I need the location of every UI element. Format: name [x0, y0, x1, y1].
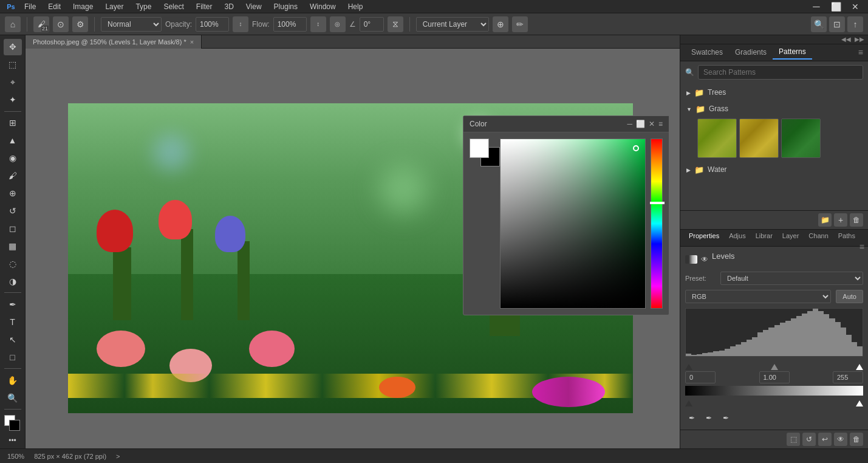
clone-stamp-tool[interactable]: ⊕	[4, 185, 22, 202]
brush-tool-icon[interactable]: 🖌 21	[33, 16, 49, 32]
menu-select[interactable]: Select	[159, 1, 188, 12]
black-point-eyedropper[interactable]: ✒	[685, 411, 699, 425]
pattern-group-water-header[interactable]: 📁 Water	[683, 163, 866, 177]
lasso-tool[interactable]: ⌖	[4, 74, 22, 91]
clip-layer-btn[interactable]: ⬚	[787, 433, 800, 446]
ps-logo[interactable]: Ps	[5, 1, 17, 13]
delete-pattern-btn[interactable]: 🗑	[850, 213, 863, 227]
mode-select[interactable]: Normal	[101, 17, 162, 32]
pattern-group-trees-header[interactable]: 📁 Trees	[683, 86, 866, 100]
menu-filter[interactable]: Filter	[191, 1, 217, 12]
brush-preset-icon[interactable]: ⊙	[53, 16, 69, 32]
tab-channels[interactable]: Chann	[804, 230, 833, 242]
workspace-icon[interactable]: ⊡	[829, 16, 845, 32]
shadow-input[interactable]	[685, 371, 716, 383]
midtone-input[interactable]	[759, 371, 790, 383]
opacity-input[interactable]	[196, 17, 229, 32]
dodge-tool[interactable]: ◑	[4, 273, 22, 290]
color-panel-close-btn[interactable]: ✕	[649, 120, 655, 128]
visibility-btn[interactable]: 👁	[834, 433, 847, 446]
opacity-pressure-icon[interactable]: ↕	[233, 16, 248, 32]
output-highlight-slider[interactable]	[856, 400, 863, 406]
eraser-tool[interactable]: ◻	[4, 221, 22, 237]
highlight-input[interactable]	[833, 371, 863, 383]
foreground-swatch[interactable]	[470, 139, 489, 158]
pattern-group-grass-header[interactable]: 📁 Grass	[683, 102, 866, 116]
selection-tool[interactable]: ⬚	[4, 57, 22, 73]
type-tool[interactable]: T	[4, 314, 22, 330]
symmetry-icon[interactable]: ⧖	[388, 16, 403, 32]
tab-patterns[interactable]: Patterns	[773, 45, 812, 60]
brush-tool[interactable]: 🖌	[4, 168, 22, 184]
history-brush-icon[interactable]: ✏	[512, 16, 528, 32]
auto-button[interactable]: Auto	[836, 290, 863, 303]
midtone-slider[interactable]	[771, 364, 778, 370]
move-tool[interactable]: ✥	[4, 39, 22, 55]
background-color[interactable]	[9, 420, 20, 431]
channel-select[interactable]: RGB	[685, 290, 831, 303]
gray-point-eyedropper[interactable]: ✒	[702, 411, 716, 425]
sample-select[interactable]: Current Layer	[416, 17, 489, 32]
search-button[interactable]: 🔍	[811, 16, 827, 32]
shadow-slider[interactable]	[685, 364, 692, 370]
document-tab[interactable]: Photoshop.jpeg @ 150% (Levels 1, Layer M…	[26, 35, 202, 49]
gradient-tool[interactable]: ▦	[4, 238, 22, 255]
tab-swatches[interactable]: Swatches	[685, 46, 729, 59]
white-point-eyedropper[interactable]: ✒	[719, 411, 733, 425]
menu-image[interactable]: Image	[68, 1, 98, 12]
menu-plugins[interactable]: Plugins	[269, 1, 302, 12]
menu-3d[interactable]: 3D	[219, 1, 238, 12]
zoom-tool[interactable]: 🔍	[4, 389, 22, 406]
patterns-search-input[interactable]	[698, 65, 863, 80]
share-icon[interactable]: ↑	[847, 16, 863, 32]
menu-help[interactable]: Help	[343, 1, 368, 12]
home-icon[interactable]: ⌂	[5, 16, 21, 32]
tab-libraries[interactable]: Librar	[751, 230, 777, 242]
airbrush-icon[interactable]: ◎	[330, 16, 346, 32]
blur-tool[interactable]: ◌	[4, 256, 22, 272]
eyedropper-tool[interactable]: ▲	[4, 132, 22, 149]
color-panel-expand-btn[interactable]: ⬜	[636, 120, 645, 128]
output-shadow-slider[interactable]	[685, 400, 692, 406]
restore-button[interactable]: ⬜	[828, 0, 844, 15]
flow-pressure-icon[interactable]: ↕	[310, 16, 326, 32]
tab-adjustments[interactable]: Adjus	[724, 230, 751, 242]
panel-collapse-btn[interactable]: ◀◀	[841, 36, 851, 43]
panel-menu-btn[interactable]: ≡	[858, 47, 863, 57]
hand-tool[interactable]: ✋	[4, 372, 22, 388]
reset-adjustment-btn[interactable]: ↺	[802, 433, 816, 446]
angle-input[interactable]	[360, 17, 384, 32]
grass-pattern-3[interactable]	[781, 118, 821, 158]
panel-more-btn[interactable]: ▶▶	[855, 36, 864, 43]
preset-select[interactable]: Default	[720, 272, 863, 285]
create-folder-btn[interactable]: 📁	[818, 213, 832, 227]
status-arrow-btn[interactable]: >	[116, 453, 120, 460]
minimize-button[interactable]: ─	[808, 0, 824, 15]
menu-type[interactable]: Type	[131, 1, 156, 12]
history-brush-tool[interactable]: ↺	[4, 203, 22, 219]
tab-properties[interactable]: Properties	[684, 230, 724, 242]
tab-close-button[interactable]: ×	[190, 38, 194, 46]
highlight-slider[interactable]	[856, 364, 863, 370]
pen-tool[interactable]: ✒	[4, 296, 22, 312]
grass-pattern-2[interactable]	[739, 118, 779, 158]
crop-tool[interactable]: ⊞	[4, 115, 22, 131]
menu-view[interactable]: View	[241, 1, 267, 12]
add-pattern-btn[interactable]: +	[834, 213, 847, 227]
color-panel-collapse-btn[interactable]: ─	[627, 120, 632, 128]
undo-btn[interactable]: ↩	[818, 433, 832, 446]
close-button[interactable]: ✕	[847, 0, 863, 15]
brush-settings-icon[interactable]: ⚙	[72, 16, 88, 32]
flow-input[interactable]	[273, 17, 307, 32]
tab-layer[interactable]: Layer	[777, 230, 804, 242]
sample-toggle-icon[interactable]: ⊕	[493, 16, 508, 32]
menu-file[interactable]: File	[19, 1, 41, 12]
delete-adjustment-btn[interactable]: 🗑	[850, 433, 863, 446]
spot-heal-tool[interactable]: ◉	[4, 150, 22, 166]
path-selection-tool[interactable]: ↖	[4, 331, 22, 348]
shape-tool[interactable]: □	[4, 349, 22, 365]
canvas-container[interactable]: Color ─ ⬜ ✕ ≡	[26, 49, 680, 448]
grass-pattern-1[interactable]	[697, 118, 737, 158]
magic-wand-tool[interactable]: ✦	[4, 92, 22, 108]
tab-paths[interactable]: Paths	[833, 230, 860, 242]
